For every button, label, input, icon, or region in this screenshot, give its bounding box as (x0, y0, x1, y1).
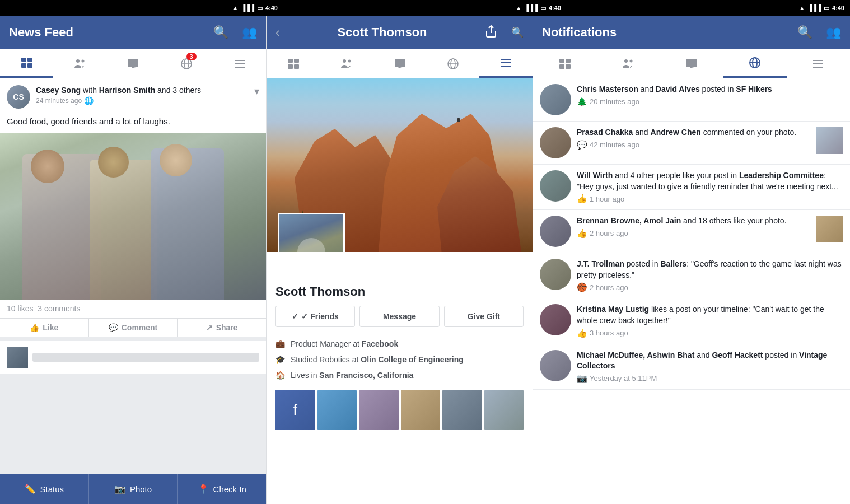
profile-name-section: Scott Thomson (267, 252, 533, 306)
checkin-button[interactable]: 📍 Check In (178, 474, 266, 504)
photo-thumb-2[interactable] (317, 390, 357, 430)
notification-item-6[interactable]: Kristina May Lustig likes a post on your… (533, 298, 850, 344)
svg-rect-25 (566, 59, 571, 63)
share-button[interactable]: ↗ Share (178, 319, 266, 337)
back-chevron[interactable]: ‹ (275, 25, 280, 40)
message-button[interactable]: Message (359, 306, 439, 327)
search-icon-right[interactable]: 🔍 (797, 25, 812, 40)
give-gift-button[interactable]: Give Gift (444, 306, 524, 327)
svg-rect-24 (559, 59, 564, 63)
share-icon-middle[interactable] (484, 25, 498, 41)
svg-rect-14 (288, 64, 293, 69)
photos-row: f (267, 383, 533, 437)
battery-icon-center: ▭ (540, 4, 546, 12)
status-button[interactable]: ✏️ Status (0, 474, 89, 504)
svg-rect-12 (288, 59, 293, 63)
friends-button[interactable]: ✓ ✓ Friends (275, 306, 355, 327)
time-center: 4:40 (549, 4, 561, 11)
education-info: 🎓 Studied Robotics at Olin College of En… (275, 352, 524, 367)
photo-thumb-1[interactable]: f (275, 390, 315, 430)
svg-point-16 (343, 59, 346, 63)
svg-rect-2 (21, 63, 26, 68)
svg-rect-10 (235, 63, 245, 64)
tab-globe-middle[interactable] (426, 49, 479, 78)
photo-thumb-5[interactable] (442, 390, 482, 430)
photo-thumb-4[interactable] (401, 390, 441, 430)
search-icon-middle[interactable]: 🔍 (511, 26, 524, 39)
signal-icon-left: ▐▐▐ (241, 4, 254, 11)
notif-time-3: 👍 1 hour ago (577, 194, 843, 204)
search-icon-left[interactable]: 🔍 (213, 25, 228, 40)
status-bar-center: ▲ ▐▐▐ ▭ 4:40 (283, 4, 567, 12)
checkmark-icon: ✓ (292, 312, 298, 321)
graduation-icon: 🎓 (275, 355, 285, 364)
notifications-panel: Notifications 🔍 👥 (533, 16, 850, 504)
svg-rect-23 (501, 66, 511, 67)
status-icon: ✏️ (25, 484, 36, 494)
notif-avatar-5 (540, 259, 571, 290)
home-icon: 🏠 (275, 371, 285, 380)
profile-nav (267, 49, 533, 78)
tab-home-left[interactable] (0, 49, 53, 78)
wifi-icon-left: ▲ (232, 4, 239, 11)
svg-rect-33 (813, 60, 823, 61)
tab-friends-middle[interactable] (320, 49, 373, 78)
comment-button[interactable]: 💬 Comment (89, 319, 178, 337)
like-button[interactable]: 👍 Like (0, 319, 89, 337)
post-dropdown-icon[interactable]: ▾ (254, 85, 259, 97)
notif-content-7: Michael McDuffee, Ashwin Bhat and Geoff … (577, 350, 843, 384)
tab-menu-right[interactable] (787, 49, 850, 78)
tab-friends-right[interactable] (596, 49, 660, 78)
notif-text-3: Will Wirth and 4 other people like your … (577, 170, 843, 192)
time-right: 4:40 (832, 4, 844, 11)
post-text: Good food, good friends and a lot of lau… (0, 113, 266, 133)
battery-icon-right: ▭ (824, 4, 829, 12)
tab-globe-left[interactable]: 3 (160, 49, 213, 78)
post-author: Casey Song with Harrison Smith and 3 oth… (36, 85, 249, 95)
profile-info: 💼 Product Manager at Facebook 🎓 Studied … (267, 336, 533, 383)
action-bar: 👍 Like 💬 Comment ↗ Share (0, 318, 266, 337)
tab-friends-left[interactable] (53, 49, 106, 78)
notif-avatar-6 (540, 304, 571, 335)
notif-text-4: Brennan Browne, Amol Jain and 18 others … (577, 216, 811, 227)
friends-icon-right[interactable]: 👥 (826, 25, 841, 40)
tab-chat-left[interactable] (106, 49, 160, 78)
tab-globe-right[interactable] (723, 49, 787, 78)
notif-text-6: Kristina May Lustig likes a post on your… (577, 304, 843, 326)
svg-rect-22 (501, 62, 511, 63)
notification-item-5[interactable]: J.T. Trollman posted in Ballers: "Geoff'… (533, 253, 850, 298)
post-meta: Casey Song with Harrison Smith and 3 oth… (36, 85, 249, 105)
profile-content: Scott Thomson ✓ ✓ Friends Message Give G… (267, 78, 533, 504)
notif-thumb-2 (816, 127, 843, 154)
tab-chat-middle[interactable] (373, 49, 426, 78)
time-left: 4:40 (265, 4, 278, 11)
svg-rect-35 (813, 67, 823, 68)
tab-menu-left[interactable] (213, 49, 266, 78)
notif-avatar-3 (540, 170, 571, 202)
notification-item-1[interactable]: Chris Masterson and David Alves posted i… (533, 78, 850, 122)
notifications-title: Notifications (542, 25, 791, 40)
post-avatar: CS (7, 85, 30, 109)
photo-thumb-3[interactable] (359, 390, 399, 430)
notifications-header: Notifications 🔍 👥 (533, 16, 850, 49)
tab-menu-middle[interactable] (479, 49, 533, 78)
notification-item-7[interactable]: Michael McDuffee, Ashwin Bhat and Geoff … (533, 344, 850, 390)
tab-home-middle[interactable] (267, 49, 320, 78)
news-feed-title: News Feed (9, 25, 207, 40)
photo-button[interactable]: 📷 Photo (89, 474, 178, 504)
notif-avatar-2 (540, 127, 571, 158)
signal-icon-center: ▐▐▐ (525, 4, 538, 11)
svg-rect-26 (559, 64, 564, 69)
friends-icon-left[interactable]: 👥 (242, 25, 257, 40)
photo-thumb-6[interactable] (484, 390, 524, 430)
tab-home-right[interactable] (533, 49, 596, 78)
notification-item-3[interactable]: Will Wirth and 4 other people like your … (533, 165, 850, 210)
svg-rect-11 (235, 67, 245, 68)
notification-item-4[interactable]: Brennan Browne, Amol Jain and 18 others … (533, 210, 850, 253)
svg-point-29 (629, 59, 632, 62)
notification-item-2[interactable]: Prasad Chakka and Andrew Chen commented … (533, 122, 850, 165)
svg-rect-0 (21, 58, 26, 62)
notifications-nav (533, 49, 850, 78)
tab-chat-right[interactable] (660, 49, 723, 78)
notif-content-1: Chris Masterson and David Alves posted i… (577, 84, 843, 107)
